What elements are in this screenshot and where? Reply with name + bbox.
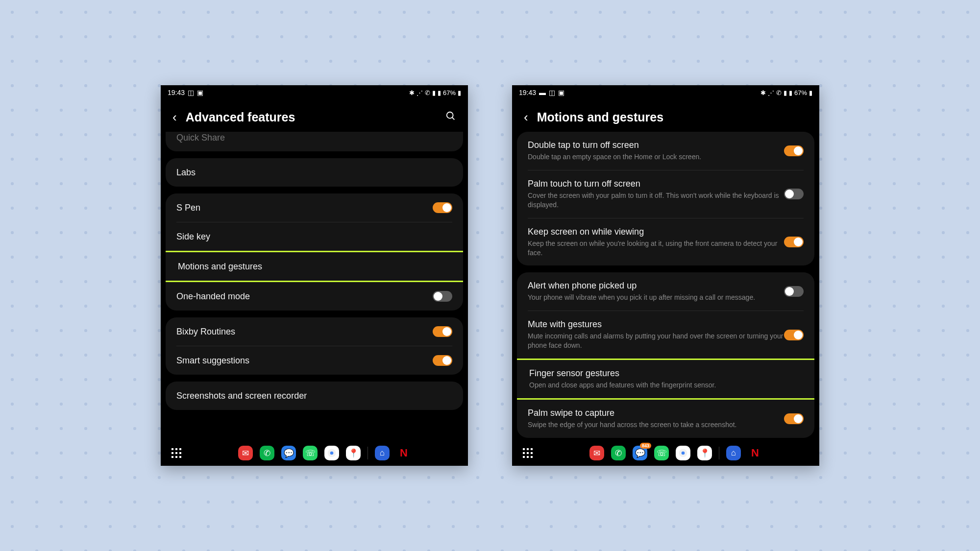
apps-icon[interactable]	[172, 448, 181, 458]
toggle-smart[interactable]	[433, 355, 452, 366]
home-icon[interactable]: ⌂	[726, 446, 741, 460]
bluetooth-icon: ✱	[760, 89, 766, 96]
group-input: S Pen Side key Motions and gestures One-…	[166, 193, 463, 311]
row-bixby[interactable]: Bixby Routines	[166, 317, 463, 346]
toggle-keep-screen[interactable]	[784, 237, 804, 247]
toggle-palm-swipe[interactable]	[784, 413, 804, 424]
netflix-icon[interactable]: N	[748, 446, 762, 460]
row-sidekey[interactable]: Side key	[166, 222, 463, 251]
header: ‹ Motions and gestures	[512, 100, 819, 132]
row-labs[interactable]: Labs	[166, 158, 463, 187]
row-smart[interactable]: Smart suggestions	[166, 346, 463, 375]
search-icon[interactable]	[445, 111, 456, 124]
toggle-spen[interactable]	[433, 202, 452, 213]
row-alert[interactable]: Alert when phone picked up Your phone wi…	[517, 272, 814, 311]
sub-mute: Mute incoming calls and alarms by puttin…	[528, 332, 784, 350]
row-finger[interactable]: Finger sensor gestures Open and close ap…	[517, 360, 814, 398]
maps-icon[interactable]: 📍	[346, 446, 361, 460]
home-icon[interactable]: ⌂	[375, 446, 390, 460]
toggle-bixby[interactable]	[433, 326, 452, 337]
highlight-finger: Finger sensor gestures Open and close ap…	[517, 359, 814, 400]
group-labs: Labs	[166, 158, 463, 187]
battery-percent: 67%	[794, 89, 807, 96]
row-onehanded[interactable]: One-handed mode	[166, 282, 463, 311]
label-finger: Finger sensor gestures	[529, 368, 802, 379]
status-time: 19:43	[519, 89, 536, 96]
label-screenshots: Screenshots and screen recorder	[176, 391, 452, 401]
row-motions[interactable]: Motions and gestures	[166, 252, 463, 281]
label-labs: Labs	[176, 168, 452, 178]
label-onehanded: One-handed mode	[176, 291, 433, 302]
badge-count: 843	[640, 443, 651, 449]
sub-double-tap: Double tap an empty space on the Home or…	[528, 152, 784, 162]
toggle-palm-touch[interactable]	[784, 189, 804, 199]
mail-icon[interactable]: ✉	[589, 446, 604, 460]
sub-keep-screen: Keep the screen on while you're looking …	[528, 239, 784, 258]
signal-icon-2: ▮	[789, 89, 792, 96]
page-title: Motions and gestures	[537, 110, 808, 124]
label-spen: S Pen	[176, 203, 433, 213]
row-keep-screen[interactable]: Keep screen on while viewing Keep the sc…	[517, 218, 814, 266]
sub-palm-swipe: Swipe the edge of your hand across the s…	[528, 420, 784, 430]
row-spen[interactable]: S Pen	[166, 193, 463, 222]
group-bixby: Bixby Routines Smart suggestions	[166, 317, 463, 375]
group-screenshots: Screenshots and screen recorder	[166, 382, 463, 410]
highlight-motions: Motions and gestures	[166, 251, 463, 282]
back-icon[interactable]: ‹	[524, 110, 528, 125]
back-icon[interactable]: ‹	[172, 110, 177, 125]
phone-icon[interactable]: ✆	[611, 446, 626, 460]
toggle-alert[interactable]	[784, 286, 804, 297]
signal-icon-2: ▮	[438, 89, 441, 96]
wifi-icon: ⋰	[416, 89, 423, 96]
svg-point-5	[682, 452, 685, 455]
toggle-double-tap[interactable]	[784, 145, 804, 156]
label-bixby: Bixby Routines	[176, 327, 433, 337]
whatsapp-icon[interactable]: ☏	[303, 446, 318, 460]
nav-separator	[368, 447, 368, 459]
page-title: Advanced features	[186, 110, 437, 124]
messages-icon[interactable]: 💬	[281, 446, 296, 460]
mail-icon[interactable]: ✉	[238, 446, 253, 460]
nav-separator	[719, 447, 719, 459]
notif-icon-2: ◫	[549, 89, 555, 96]
svg-point-0	[447, 112, 453, 118]
group-alerts: Alert when phone picked up Your phone wi…	[517, 272, 814, 437]
row-double-tap[interactable]: Double tap to turn off screen Double tap…	[517, 132, 814, 170]
header: ‹ Advanced features	[161, 100, 468, 132]
label-double-tap: Double tap to turn off screen	[528, 140, 784, 150]
chrome-icon[interactable]	[676, 446, 690, 460]
toggle-mute[interactable]	[784, 330, 804, 340]
row-screenshots[interactable]: Screenshots and screen recorder	[166, 382, 463, 410]
status-bar: 19:43 ◫ ▣ ✱ ⋰ ✆ ▮ ▮ 67% ▮	[161, 85, 468, 100]
label-motions: Motions and gestures	[178, 262, 451, 272]
notif-icon: ▬	[539, 89, 546, 96]
toggle-onehanded[interactable]	[433, 291, 452, 302]
apps-icon[interactable]	[523, 448, 533, 458]
netflix-icon[interactable]: N	[396, 446, 411, 460]
row-mute[interactable]: Mute with gestures Mute incoming calls a…	[517, 311, 814, 359]
status-bar: 19:43 ▬ ◫ ▣ ✱ ⋰ ✆ ▮ ▮ 67% ▮	[512, 85, 819, 100]
row-palm-touch[interactable]: Palm touch to turn off screen Cover the …	[517, 170, 814, 218]
chrome-icon[interactable]	[324, 446, 339, 460]
label-alert: Alert when phone picked up	[528, 281, 784, 291]
row-palm-swipe[interactable]: Palm swipe to capture Swipe the edge of …	[517, 400, 814, 438]
phone-icon[interactable]: ✆	[260, 446, 274, 460]
notif-icon-2: ▣	[197, 89, 203, 96]
whatsapp-icon[interactable]: ☏	[654, 446, 669, 460]
battery-percent: 67%	[443, 89, 456, 96]
left-screenshot: 19:43 ◫ ▣ ✱ ⋰ ✆ ▮ ▮ 67% ▮ ‹ Advanced fea…	[161, 85, 468, 466]
maps-icon[interactable]: 📍	[697, 446, 712, 460]
wifi-icon: ⋰	[768, 89, 774, 96]
label-smart: Smart suggestions	[176, 356, 433, 366]
bluetooth-icon: ✱	[409, 89, 415, 96]
group-quick-share: Quick Share	[166, 132, 463, 151]
sub-finger: Open and close apps and features with th…	[529, 381, 802, 390]
row-quick-share[interactable]: Quick Share	[166, 132, 463, 151]
battery-icon: ▮	[809, 89, 812, 96]
label-palm-swipe: Palm swipe to capture	[528, 408, 784, 418]
sub-palm-touch: Cover the screen with your palm to turn …	[528, 191, 784, 210]
messages-icon[interactable]: 💬843	[633, 446, 647, 460]
nav-bar: ✉ ✆ 💬843 ☏ 📍 ⌂ N	[512, 440, 819, 466]
label-palm-touch: Palm touch to turn off screen	[528, 179, 784, 189]
label-mute: Mute with gestures	[528, 319, 784, 330]
